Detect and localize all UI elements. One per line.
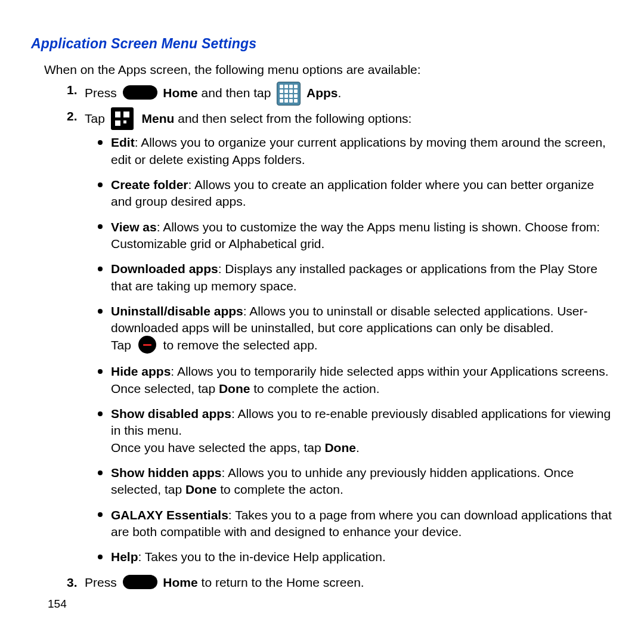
txt: . <box>338 86 342 100</box>
opt-hide-apps: Hide apps: Allows you to temporarily hid… <box>111 363 615 397</box>
colon: : <box>222 466 228 479</box>
step-3: Press Home to return to the Home screen. <box>67 574 615 591</box>
remove-line: Tap to remove the selected app. <box>111 337 615 355</box>
remove-icon <box>138 336 156 354</box>
steps-list: Press Home and then tap Apps. Tap Menu a… <box>31 82 615 591</box>
txt: to complete the action. <box>250 382 379 395</box>
txt: and then select from the following optio… <box>178 112 411 125</box>
opt-name: Show disabled apps <box>111 407 231 420</box>
done-label: Done <box>219 382 250 395</box>
colon: : <box>228 508 235 522</box>
txt: and then tap <box>202 86 275 100</box>
opt-name: Show hidden apps <box>111 466 222 479</box>
opt-name: Create folder <box>111 178 188 191</box>
colon: : <box>188 178 195 191</box>
txt: Once you have selected the apps, tap <box>111 441 324 454</box>
txt: to remove the selected app. <box>163 338 318 352</box>
txt: to complete the acton. <box>216 482 343 496</box>
home-label: Home <box>163 86 197 100</box>
step-2: Tap Menu and then select from the follow… <box>67 108 615 565</box>
apps-label: Apps <box>306 86 338 100</box>
txt: to return to the Home screen. <box>202 575 364 589</box>
opt-view-as: View as: Allows you to customize the way… <box>111 219 615 253</box>
opt-name: GALAXY Essentials <box>111 508 228 522</box>
opt-desc: Takes you to the in-device Help applicat… <box>145 550 386 564</box>
menu-overflow-icon <box>111 107 134 130</box>
txt: . <box>356 441 360 454</box>
step-1: Press Home and then tap Apps. <box>67 82 615 106</box>
options-list: Edit: Allows you to organize your curren… <box>85 134 615 565</box>
colon: : <box>231 407 238 420</box>
intro-text: When on the Apps screen, the following m… <box>44 61 615 78</box>
section-title: Application Screen Menu Settings <box>31 35 615 53</box>
opt-desc: Allows you to customize the way the Apps… <box>111 220 600 250</box>
colon: : <box>157 220 163 234</box>
colon: : <box>135 135 141 149</box>
opt-name: Hide apps <box>111 364 171 378</box>
txt: Press <box>85 86 120 100</box>
opt-name: Downloaded apps <box>111 262 218 275</box>
opt-help: Help: Takes you to the in-device Help ap… <box>111 549 615 565</box>
opt-show-disabled: Show disabled apps: Allows you to re-ena… <box>111 405 615 456</box>
txt: Tap <box>85 112 109 125</box>
opt-name: Help <box>111 550 138 564</box>
opt-create-folder: Create folder: Allows you to create an a… <box>111 177 615 210</box>
opt-downloaded: Downloaded apps: Displays any installed … <box>111 261 615 295</box>
page: Application Screen Menu Settings When on… <box>0 0 644 644</box>
menu-label: Menu <box>142 112 175 125</box>
home-button-icon <box>123 575 157 589</box>
page-number: 154 <box>48 596 67 612</box>
opt-galaxy-essentials: GALAXY Essentials: Takes you to a page f… <box>111 507 615 541</box>
done-label: Done <box>324 441 356 454</box>
opt-show-hidden: Show hidden apps: Allows you to unhide a… <box>111 465 615 499</box>
colon: : <box>171 364 177 378</box>
home-button-icon <box>123 85 157 100</box>
opt-name: View as <box>111 220 157 234</box>
txt: Press <box>85 575 120 589</box>
opt-edit: Edit: Allows you to organize your curren… <box>111 134 615 168</box>
colon: : <box>138 550 145 564</box>
opt-name: Uninstall/disable apps <box>111 304 243 318</box>
apps-grid-icon <box>277 82 301 106</box>
home-label: Home <box>163 575 197 589</box>
colon: : <box>243 304 250 318</box>
done-label: Done <box>185 482 217 496</box>
colon: : <box>218 262 225 275</box>
opt-desc: Allows you to organize your current appl… <box>111 135 606 166</box>
txt: Tap <box>111 338 135 352</box>
opt-uninstall: Uninstall/disable apps: Allows you to un… <box>111 303 615 355</box>
opt-name: Edit <box>111 135 135 149</box>
